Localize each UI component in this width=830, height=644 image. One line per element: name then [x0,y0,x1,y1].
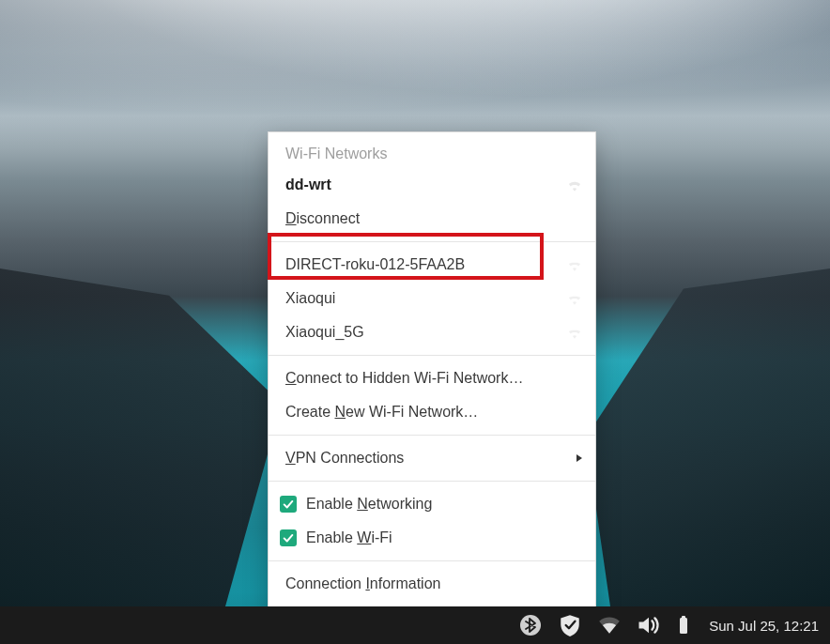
network-tray-icon[interactable] [596,612,622,638]
menu-separator [269,560,595,561]
wifi-signal-icon [565,289,584,308]
enable-networking-item[interactable]: Enable Networking [269,487,595,521]
enable-wifi-item[interactable]: Enable Wi-Fi [269,521,595,555]
menu-separator [269,241,595,242]
wifi-signal-icon [565,323,584,342]
wifi-network-connected[interactable]: dd-wrt [269,168,595,202]
wifi-signal-icon [565,255,584,274]
svg-rect-2 [682,616,685,619]
menu-item-label: Enable Networking [306,495,584,514]
svg-rect-1 [680,618,687,634]
desktop: Wi-Fi Networks dd-wrt Disconnect DIRECT-… [0,0,830,644]
menu-separator [269,481,595,482]
menu-item-label: Create New Wi-Fi Network… [285,403,584,422]
wifi-signal-icon [565,176,584,194]
wifi-network-item[interactable]: Xiaoqui [269,282,595,315]
menu-separator [269,355,595,356]
wifi-ssid: DIRECT-roku-012-5FAA2B [285,255,558,274]
menu-item-label: VPN Connections [285,449,567,468]
connect-hidden-item[interactable]: Connect to Hidden Wi-Fi Network… [269,361,595,395]
create-wifi-item[interactable]: Create New Wi-Fi Network… [269,395,595,429]
menu-item-label: Connect to Hidden Wi-Fi Network… [285,369,584,388]
network-manager-menu: Wi-Fi Networks dd-wrt Disconnect DIRECT-… [268,131,596,641]
connection-info-item[interactable]: Connection Information [269,567,595,601]
shield-tray-icon[interactable] [557,612,583,638]
checkbox-icon [280,529,297,546]
volume-tray-icon[interactable] [636,612,662,638]
wifi-network-item[interactable]: Xiaoqui_5G [269,315,595,349]
checkbox-icon [280,496,297,513]
taskbar: Sun Jul 25, 12:21 [0,606,830,644]
bluetooth-tray-icon[interactable] [517,612,544,638]
menu-section-header: Wi-Fi Networks [269,138,595,168]
disconnect-item[interactable]: Disconnect [269,202,595,236]
menu-separator [269,435,595,436]
wifi-ssid: dd-wrt [285,176,558,194]
menu-item-label: Enable Wi-Fi [306,529,584,547]
taskbar-clock[interactable]: Sun Jul 25, 12:21 [709,618,819,634]
vpn-connections-item[interactable]: VPN Connections [269,441,595,475]
menu-item-label: Connection Information [285,575,584,593]
wifi-network-item[interactable]: DIRECT-roku-012-5FAA2B [269,248,595,282]
disconnect-label: Disconnect [285,209,584,228]
wifi-ssid: Xiaoqui_5G [285,323,558,342]
battery-tray-icon[interactable] [675,612,692,638]
submenu-arrow-icon [575,453,584,463]
wifi-ssid: Xiaoqui [285,289,558,308]
